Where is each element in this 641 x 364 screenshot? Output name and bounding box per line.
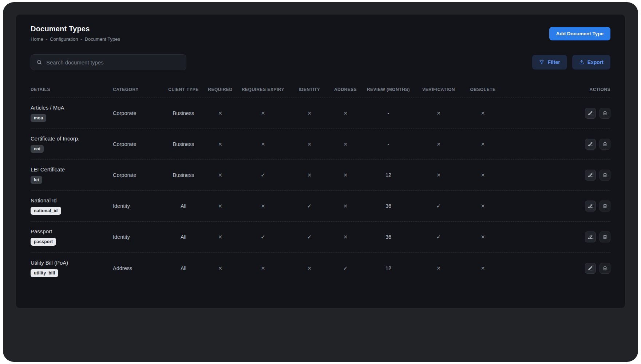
cross-icon: ✕ [343, 234, 348, 240]
cross-icon: ✕ [218, 265, 222, 271]
document-name: Utility Bill (PoA) [31, 260, 113, 266]
toolbar-actions: Filter Export [532, 55, 610, 70]
cross-icon: ✕ [261, 110, 265, 116]
cross-icon: ✕ [436, 265, 441, 271]
check-icon: ✓ [307, 234, 312, 240]
cross-icon: ✕ [436, 141, 441, 147]
cross-icon: ✕ [261, 203, 265, 209]
check-icon: ✓ [261, 172, 265, 178]
identity-cell: ✕ [289, 172, 329, 178]
table-row: Articles / MoAmoaCorporateBusiness✕✕✕✕-✕… [31, 98, 610, 129]
edit-button[interactable] [585, 232, 596, 242]
document-types-table: DETAILSCATEGORYCLIENT TYPEREQUIREDREQUIR… [31, 81, 610, 284]
table-row: LEI CertificateleiCorporateBusiness✕✓✕✕1… [31, 160, 610, 191]
pencil-icon [588, 203, 593, 209]
filter-button-label: Filter [547, 59, 560, 65]
identity-cell: ✓ [289, 203, 329, 209]
cross-icon: ✕ [436, 110, 441, 116]
verification-cell: ✕ [415, 265, 462, 271]
pencil-icon [588, 173, 593, 178]
export-icon [579, 60, 584, 65]
column-header: REQUIRED [204, 87, 237, 92]
required-cell: ✕ [204, 141, 237, 147]
check-icon: ✓ [261, 234, 265, 240]
cross-icon: ✕ [481, 172, 485, 178]
cross-icon: ✕ [343, 141, 348, 147]
check-icon: ✓ [436, 234, 441, 240]
cross-icon: ✕ [481, 141, 485, 147]
edit-button[interactable] [585, 139, 596, 150]
trash-icon [602, 203, 608, 209]
filter-button[interactable]: Filter [532, 55, 567, 70]
identity-cell: ✕ [289, 265, 329, 271]
cross-icon: ✕ [218, 110, 222, 116]
address-cell: ✕ [329, 110, 361, 116]
trash-icon [602, 142, 608, 147]
cross-icon: ✕ [307, 141, 312, 147]
address-cell: ✕ [329, 141, 361, 147]
search-input[interactable] [46, 59, 181, 66]
edit-button[interactable] [585, 263, 596, 274]
category-cell: Corporate [113, 110, 163, 116]
trash-icon [602, 266, 608, 271]
table-row: PassportpassportIdentityAll✕✓✓✕36✓✕ [31, 222, 610, 253]
filter-icon [539, 60, 544, 65]
table-body: Articles / MoAmoaCorporateBusiness✕✕✕✕-✕… [31, 98, 610, 284]
delete-button[interactable] [600, 139, 610, 150]
page-title: Document Types [31, 25, 120, 33]
address-cell: ✕ [329, 234, 361, 240]
document-code-badge: passport [31, 238, 56, 246]
requires-expiry-cell: ✕ [237, 265, 289, 271]
category-cell: Identity [113, 234, 163, 240]
trash-icon [602, 111, 608, 116]
required-cell: ✕ [204, 172, 237, 178]
client-type-cell: Business [163, 110, 204, 116]
edit-button[interactable] [585, 108, 596, 119]
obsolete-cell: ✕ [462, 234, 504, 240]
review-months-cell: 12 [361, 172, 415, 178]
pencil-icon [588, 234, 593, 240]
requires-expiry-cell: ✕ [237, 141, 289, 147]
breadcrumb-item[interactable]: Home [31, 36, 43, 42]
details-cell: National Idnational_id [31, 197, 113, 215]
client-type-cell: All [163, 265, 204, 271]
client-type-cell: Business [163, 172, 204, 178]
review-months-cell: - [361, 141, 415, 147]
delete-button[interactable] [600, 170, 610, 181]
delete-button[interactable] [600, 263, 610, 274]
address-cell: ✓ [329, 265, 361, 272]
verification-cell: ✕ [415, 110, 462, 116]
delete-button[interactable] [600, 108, 610, 119]
add-document-type-button[interactable]: Add Document Type [549, 27, 610, 40]
verification-cell: ✕ [415, 172, 462, 178]
cross-icon: ✕ [343, 203, 348, 209]
category-cell: Corporate [113, 141, 163, 147]
export-button[interactable]: Export [572, 55, 610, 70]
document-name: Passport [31, 228, 113, 234]
cross-icon: ✕ [218, 172, 222, 178]
edit-button[interactable] [585, 170, 596, 181]
column-header: VERIFICATION [415, 87, 462, 92]
obsolete-cell: ✕ [462, 203, 504, 209]
identity-cell: ✓ [289, 234, 329, 240]
pencil-icon [588, 266, 593, 271]
cross-icon: ✕ [307, 265, 312, 271]
document-code-badge: national_id [31, 207, 61, 215]
identity-cell: ✕ [289, 141, 329, 147]
cross-icon: ✕ [481, 203, 485, 209]
actions-cell [504, 108, 610, 119]
category-cell: Identity [113, 203, 163, 209]
details-cell: Articles / MoAmoa [31, 104, 113, 122]
obsolete-cell: ✕ [462, 141, 504, 147]
category-cell: Address [113, 265, 163, 271]
check-icon: ✓ [307, 203, 312, 209]
delete-button[interactable] [600, 232, 610, 242]
requires-expiry-cell: ✕ [237, 203, 289, 209]
document-code-badge: utility_bill [31, 269, 58, 277]
edit-button[interactable] [585, 201, 596, 211]
delete-button[interactable] [600, 201, 610, 211]
pencil-icon [588, 142, 593, 147]
breadcrumb-item[interactable]: Configuration [50, 36, 78, 42]
address-cell: ✕ [329, 172, 361, 178]
search-box[interactable] [31, 54, 186, 70]
